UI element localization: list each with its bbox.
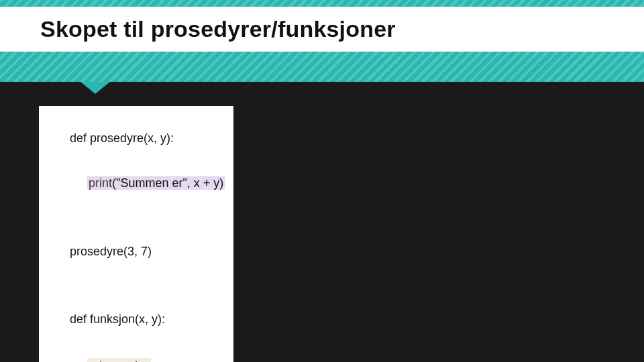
code-line-call-prosedyre: prosedyre(3, 7) xyxy=(50,229,223,274)
keyword-def: def xyxy=(70,312,90,326)
keyword-def: def xyxy=(70,131,90,145)
code-card: def prosedyre(x, y): print("Summen er", … xyxy=(39,106,233,362)
code-block: def prosedyre(x, y): print("Summen er", … xyxy=(50,115,223,362)
def-funksjon-signature: funksjon(x, y): xyxy=(90,312,165,326)
code-line-print: print("Summen er", x + y) xyxy=(50,161,223,206)
code-line-def-funksjon: def funksjon(x, y): xyxy=(50,297,223,343)
call-prosedyre: prosedyre(3, 7) xyxy=(70,245,152,258)
header-notch-icon xyxy=(80,82,110,94)
code-line-def-prosedyre: def prosedyre(x, y): xyxy=(50,115,223,161)
title-bar: Skopet til prosedyrer/funksjoner xyxy=(0,7,644,52)
keyword-print: print xyxy=(89,176,112,190)
print-args: ("Summen er", x + y) xyxy=(112,176,223,190)
highlight-return: return x + y xyxy=(87,358,151,363)
code-line-return: return x + y xyxy=(50,342,223,362)
highlight-print-call: print("Summen er", x + y) xyxy=(87,176,225,190)
header-band: Skopet til prosedyrer/funksjoner xyxy=(0,0,644,82)
def-prosedyre-signature: prosedyre(x, y): xyxy=(90,131,174,145)
slide-title: Skopet til prosedyrer/funksjoner xyxy=(40,16,644,42)
keyword-return: return xyxy=(89,358,123,363)
return-expression: x + y xyxy=(123,358,150,363)
